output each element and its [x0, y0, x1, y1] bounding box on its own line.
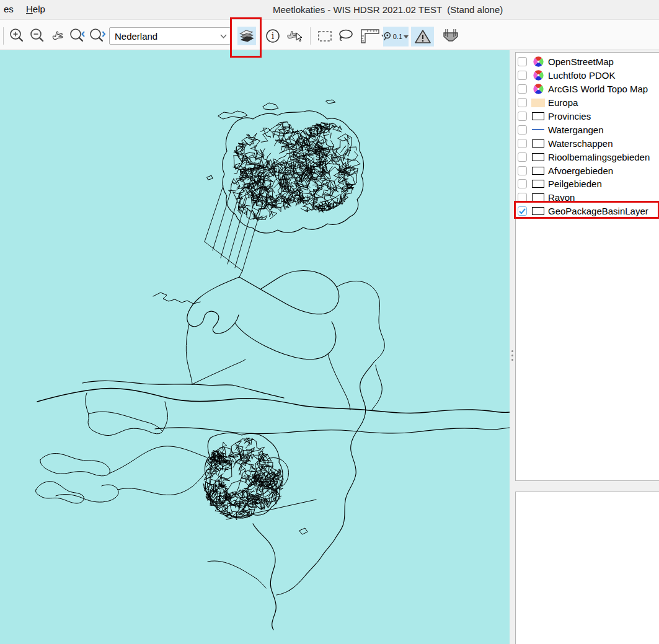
zoom-next-icon [87, 27, 106, 45]
layer-checkbox[interactable] [518, 166, 527, 175]
menu-item-es[interactable]: es [4, 4, 14, 14]
select-hand-icon [285, 27, 304, 45]
combobox-chevron-icon[interactable] [216, 34, 230, 38]
rectangle-select-button[interactable] [316, 27, 334, 45]
layer-checkbox[interactable] [518, 84, 527, 94]
pan-hand-icon [49, 27, 66, 45]
layer-checkbox[interactable] [518, 112, 527, 121]
scale-combobox-value: Nederland [110, 31, 216, 42]
layer-label: Waterschappen [548, 138, 613, 149]
polygon-outline-symbol [531, 153, 546, 161]
select-hand-button[interactable] [285, 27, 304, 45]
measure-ruler-icon [358, 27, 386, 45]
layer-checkbox[interactable] [518, 179, 527, 188]
layer-row[interactable]: Waterschappen [516, 136, 659, 150]
splitter-dot [511, 350, 513, 352]
zoom-out-icon [29, 27, 46, 45]
layer-label: OpenStreetMap [548, 56, 614, 67]
layer-row[interactable]: Rioolbemalingsgebieden [516, 150, 659, 164]
lasso-select-icon [337, 27, 355, 45]
zoom-previous-icon [68, 27, 87, 45]
layer-row[interactable]: Europa [516, 96, 659, 110]
panel-splitter[interactable] [510, 50, 515, 644]
layer-row[interactable]: GeoPackageBasinLayer [516, 205, 659, 218]
layer-label: GeoPackageBasinLayer [548, 206, 648, 216]
rgb-raster-icon [531, 84, 546, 94]
snap-tolerance-button[interactable]: 0.1 [383, 27, 409, 46]
layer-row[interactable]: OpenStreetMap [516, 55, 659, 69]
warning-button[interactable] [411, 27, 434, 46]
rectangle-select-icon [316, 27, 334, 45]
polygon-outline-symbol [531, 139, 546, 148]
layer-row[interactable]: Watergangen [516, 123, 659, 136]
bottom-panel [515, 492, 659, 644]
layer-row[interactable]: Ravon [516, 191, 659, 205]
zoom-in-button[interactable] [7, 27, 26, 45]
title-bar: es Help Meetlokaties - WIS HDSR 2021.02 … [0, 0, 659, 19]
menu-item-help[interactable]: Help [26, 4, 45, 14]
line-symbol [531, 129, 546, 130]
toolbar-separator [310, 27, 311, 45]
rgb-raster-icon [531, 56, 546, 67]
polygon-outline-symbol [531, 193, 546, 201]
polygon-outline-symbol [531, 167, 546, 175]
layers-icon [238, 27, 255, 45]
zoom-in-icon [8, 27, 25, 45]
layer-label: Ravon [548, 192, 575, 203]
location-pin-icon [383, 31, 392, 42]
map-network-drawing [0, 50, 510, 644]
layer-row[interactable]: Peilgebieden [516, 177, 659, 191]
snap-tolerance-chevron-icon [404, 35, 409, 38]
right-side-area: OpenStreetMapLuchtfoto PDOKArcGIS World … [515, 50, 659, 644]
layer-list: OpenStreetMapLuchtfoto PDOKArcGIS World … [516, 55, 659, 218]
layer-checkbox[interactable] [518, 193, 527, 202]
zoom-next-button[interactable] [87, 27, 106, 45]
polygon-outline-symbol [531, 207, 546, 215]
basin-profile-icon [439, 27, 462, 45]
map-canvas[interactable] [0, 50, 510, 644]
splitter-dot [511, 355, 513, 356]
lasso-select-button[interactable] [337, 27, 355, 45]
checkmark-icon [519, 208, 526, 214]
layer-checkbox[interactable] [518, 152, 527, 162]
layer-row[interactable]: Luchtfoto PDOK [516, 69, 659, 82]
scale-combobox[interactable]: Nederland [109, 27, 231, 45]
svg-text:i: i [272, 31, 275, 41]
polygon-outline-symbol [531, 180, 546, 188]
layer-checkbox[interactable] [518, 139, 527, 148]
layer-row[interactable]: Provincies [516, 110, 659, 123]
layer-label: Luchtfoto PDOK [548, 70, 615, 81]
info-icon: i [264, 27, 281, 45]
layers-button[interactable] [237, 27, 256, 45]
pan-button[interactable] [48, 27, 67, 45]
layer-label: Europa [548, 97, 578, 108]
zoom-out-button[interactable] [28, 27, 46, 45]
layer-label: Afvoergebieden [548, 165, 613, 176]
splitter-dot [511, 359, 513, 361]
zoom-previous-button[interactable] [68, 27, 87, 45]
layer-label: Rioolbemalingsgebieden [548, 152, 650, 162]
layer-label: Provincies [548, 111, 591, 121]
toolbar-grip [3, 27, 4, 45]
layer-checkbox-checked[interactable] [518, 206, 527, 216]
color-swatch [531, 99, 546, 107]
layer-row[interactable]: Afvoergebieden [516, 164, 659, 177]
warning-triangle-icon [414, 28, 432, 45]
layers-panel: OpenStreetMapLuchtfoto PDOKArcGIS World … [515, 52, 659, 481]
layer-label: Peilgebieden [548, 179, 602, 189]
layer-checkbox[interactable] [518, 57, 527, 66]
basin-profile-button[interactable] [439, 27, 462, 45]
measure-button[interactable] [358, 27, 386, 45]
layer-row[interactable]: ArcGIS World Topo Map [516, 82, 659, 96]
layer-label: ArcGIS World Topo Map [548, 84, 648, 94]
layer-checkbox[interactable] [518, 125, 527, 135]
polygon-outline-symbol [531, 112, 546, 120]
rgb-raster-icon [531, 70, 546, 81]
layer-label: Watergangen [548, 125, 604, 135]
layer-checkbox[interactable] [518, 98, 527, 107]
info-button[interactable]: i [263, 27, 282, 45]
snap-tolerance-value: 0.1 [393, 33, 402, 40]
window-title: Meetlokaties - WIS HDSR 2021.02 TEST (St… [273, 4, 503, 15]
layer-checkbox[interactable] [518, 71, 527, 80]
toolbar: Nederland i [0, 19, 659, 50]
